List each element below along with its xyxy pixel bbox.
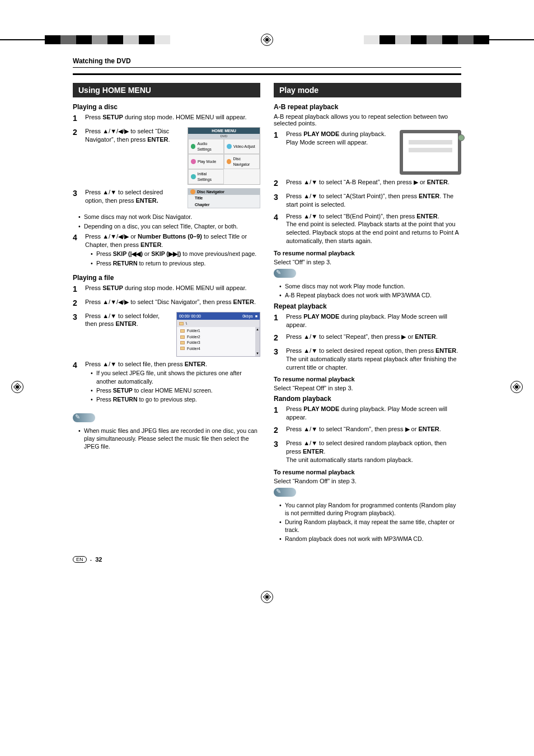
heading-resume: To resume normal playback [274,469,461,475]
bullet: If you select JPEG file, unit shows the … [91,369,260,385]
section-title: Watching the DVD [73,57,461,68]
step-number: 3 [73,312,81,357]
registration-mark-icon [261,34,273,46]
step-number: 2 [274,425,282,436]
step-text: Press PLAY MODE during playback. Play Mo… [286,130,392,147]
paragraph: Select “Off” in step 3. [274,259,461,265]
note-text: Random playback does not work with MP3/W… [279,535,461,543]
note-text: When music files and JPEG files are reco… [78,427,260,451]
note-text: During Random playback, it may repeat th… [279,518,461,534]
step-text: Press PLAY MODE during playback. Play Mo… [286,312,461,329]
step-number: 3 [73,188,81,208]
step-number: 4 [73,360,81,406]
bullet: Some discs may not work Disc Navigator. [78,213,260,221]
bullet: Press SETUP to clear HOME MENU screen. [91,386,260,394]
left-column: Using HOME MENU Playing a disc 1 Press S… [73,83,260,545]
paragraph: The unit automatically starts repeat pla… [286,355,461,372]
step-number: 1 [73,113,81,124]
step-number: 3 [274,347,282,372]
step-text: Press ▲/▼ to select desired option, then… [85,188,180,205]
paragraph: Select “Repeat Off” in step 3. [274,385,461,391]
step-text: Press ▲/▼ to select desired random playb… [286,439,461,456]
step-text: Press PLAY MODE during playback. Play Mo… [286,405,461,422]
step-number: 3 [274,192,282,209]
heading-repeat: Repeat playback [274,302,461,310]
step-number: 1 [274,312,282,329]
heading-resume: To resume normal playback [274,250,461,256]
step-number: 2 [73,127,81,185]
step-text: Press ▲/▼ to select desired repeat optio… [286,347,461,355]
paragraph: Select “Random Off” in step 3. [274,478,461,484]
figure-tv-screen [400,130,461,175]
page-footer: EN - 32 [73,556,461,563]
figure-home-menu: HOME MENU DVD Audio Settings Video Adjus… [188,127,260,185]
step-number: 4 [73,232,81,269]
figure-disc-navigator: Disc Navigator Title Chapter [188,188,260,208]
heading-random: Random playback [274,395,461,403]
divider [73,73,461,75]
step-number: 4 [274,212,282,245]
step-text: Press ▲/▼ to select “Repeat”, then press… [286,333,461,343]
step-number: 2 [73,298,81,309]
heading-resume: To resume normal playback [274,376,461,382]
page-number: 32 [95,556,102,563]
heading-playing-a-file: Playing a file [73,274,260,282]
panel-play-mode: Play mode [274,83,461,97]
language-badge: EN [73,556,87,563]
right-column: Play mode A-B repeat playback A-B repeat… [274,83,461,545]
step-number: 3 [274,439,282,464]
bullet: Depending on a disc, you can select Titl… [78,222,260,230]
bullet: Press RETURN to return to previous step. [91,259,260,267]
paragraph: A-B repeat playback allows you to repeat… [274,113,461,127]
registration-mark-icon [261,591,273,603]
step-text: Press ▲/▼/◀/▶ to select “Disc Navigator”… [85,127,180,144]
figure-folder-browser: 00:00/ 00:000kbps ■ \ Folder1 Folder2 Fo… [176,312,260,357]
step-text: Press SETUP during stop mode. HOME MENU … [85,113,260,124]
bullet: Press SKIP (|◀◀) or SKIP (▶▶|) to move p… [91,250,260,258]
heading-playing-a-disc: Playing a disc [73,103,260,111]
step-text: Press ▲/▼/◀/▶ to select “Disc Navigator”… [85,298,260,309]
step-number: 2 [274,178,282,189]
step-number: 2 [274,333,282,343]
note-icon [73,413,95,422]
note-text: Some discs may not work Play mode functi… [279,282,461,290]
step-text: Press ▲/▼/◀/▶ or Number Buttons (0–9) to… [85,232,260,249]
step-text: Press ▲/▼ to select “A-B Repeat”, then p… [286,178,461,189]
panel-using-home-menu: Using HOME MENU [73,83,260,97]
step-text: Press ▲/▼ to select “Random”, then press… [286,425,461,436]
note-icon [274,488,296,497]
paragraph: The unit automatically starts random pla… [286,456,461,464]
step-text: Press ▲/▼ to select folder, then press E… [85,312,168,329]
step-number: 1 [274,130,282,175]
step-text: Press ▲/▼ to select “A(Start Point)”, th… [286,192,461,209]
step-number: 1 [73,284,81,295]
step-number: 1 [274,405,282,422]
note-text: You cannot play Random for programmed co… [279,501,461,517]
print-registration-header [0,0,534,57]
step-text: Press SETUP during stop mode. HOME MENU … [85,284,260,295]
heading-ab-repeat: A-B repeat playback [274,103,461,111]
note-text: A-B Repeat playback does not work with M… [279,291,461,299]
step-text: Press ▲/▼ to select “B(End Point)”, then… [286,212,461,221]
note-icon [274,269,296,278]
paragraph: The end point is selected. Playback star… [286,220,461,245]
step-text: Press ▲/▼ to select file, then press ENT… [85,360,260,368]
bullet: Press RETURN to go to previous step. [91,395,260,403]
